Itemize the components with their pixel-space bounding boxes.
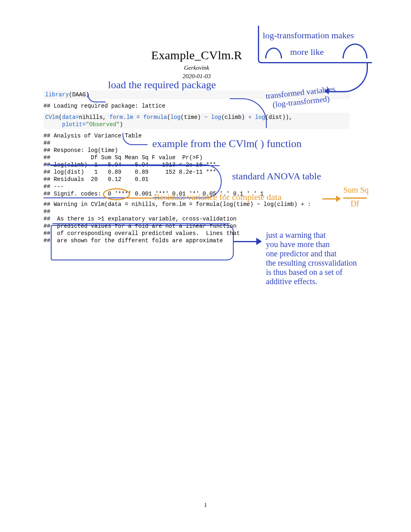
annotation-frac-bot: Df (351, 199, 359, 208)
paren-open: ( (59, 114, 62, 121)
str-observed: "Observed" (86, 121, 120, 128)
annotation-more-like: more like (290, 47, 324, 57)
annotation-residual-variance: Residual variance for complete data (154, 192, 281, 202)
circle-residual-meansq (103, 188, 130, 200)
indent (45, 121, 62, 128)
anova-blank: ## (44, 140, 54, 146)
annotation-frac-top: Sum Sq (343, 185, 369, 195)
paren-open2: ( (167, 114, 170, 121)
underline-warning (52, 223, 230, 224)
arg-plotit: plotit= (62, 121, 86, 128)
page-number: 1 (0, 502, 411, 509)
annotation-std-anova: standard ANOVA table (232, 171, 321, 182)
arrow-orange-line (322, 198, 337, 200)
arrow-orange-head (336, 195, 341, 202)
annotation-example-fn: example from the CVlm( ) function (152, 138, 301, 150)
annotation-warning-note: just a warning that you have more than o… (266, 231, 357, 286)
arg-library: (DAAG) (69, 91, 89, 98)
fraction-bar (343, 197, 367, 199)
warn-l1: ## Warning in CVlm(data = nihills, form.… (44, 201, 311, 208)
op-tilde: ~ (204, 114, 211, 121)
arg-formlm: form.lm = (110, 114, 143, 121)
arrow-warning-line (234, 241, 258, 242)
arrow-warning-head (256, 238, 262, 245)
arrow-example (122, 133, 147, 145)
annotation-log-transform: log-transformation makes (263, 30, 354, 40)
annotation-load-package: load the required package (108, 79, 216, 91)
paren-close: ) (120, 121, 123, 128)
kw-log2: log (211, 114, 221, 121)
connector-residual (128, 197, 153, 199)
page: Example_CVlm.R Gerkovink 2020-01-03 libr… (0, 0, 411, 532)
underline-response (50, 165, 220, 166)
kw-formula: formula (143, 114, 167, 121)
txt-dist: (dist)), (265, 114, 292, 121)
warn-l2: ## (44, 208, 54, 215)
enclosure-warning (51, 225, 234, 260)
kw-library: library (45, 91, 69, 98)
code-cvlm: CVlm(data=nihills, form.lm = formula(log… (44, 113, 350, 129)
anova-response: ## Response: log(time) (44, 147, 118, 154)
arg-data: data= (62, 114, 79, 121)
anova-header: ## Df Sum Sq Mean Sq F value Pr(>F) (44, 154, 216, 161)
warn-l3: ## As there is >1 explanatory variable, … (44, 216, 237, 222)
val-data: nihills, (79, 114, 110, 121)
txt-time: (time) (181, 114, 204, 121)
kw-log1: log (170, 114, 181, 121)
doc-author: Gerkovink (44, 64, 350, 71)
kw-cvlm: CVlm (45, 114, 59, 121)
